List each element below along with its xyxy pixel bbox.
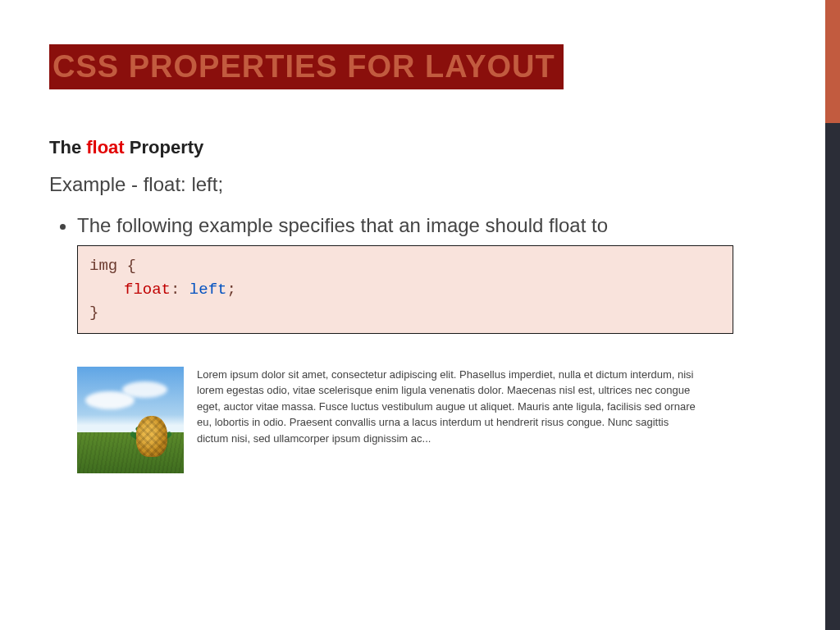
code-value: left xyxy=(189,281,227,299)
accent-bar-bottom xyxy=(825,123,840,630)
code-line-2: float: left; xyxy=(89,278,721,302)
pineapple-icon xyxy=(135,393,169,457)
example-line: Example - float: left; xyxy=(49,173,791,196)
demo-image xyxy=(77,367,184,473)
code-property: float xyxy=(124,281,171,299)
subheading-keyword: float xyxy=(86,137,124,158)
bullet-list: The following example specifies that an … xyxy=(49,214,791,237)
code-colon: : xyxy=(171,281,189,299)
title-band: CSS PROPERTIES FOR LAYOUT xyxy=(49,44,564,89)
code-semicolon: ; xyxy=(226,281,235,299)
code-line-3: } xyxy=(89,301,721,325)
subheading-suffix: Property xyxy=(125,137,204,158)
slide: CSS PROPERTIES FOR LAYOUT The float Prop… xyxy=(0,0,840,630)
bullet-item: The following example specifies that an … xyxy=(77,214,791,237)
float-demo: Lorem ipsum dolor sit amet, consectetur … xyxy=(77,367,701,473)
subheading: The float Property xyxy=(49,137,791,158)
subheading-prefix: The xyxy=(49,137,86,158)
content-area: CSS PROPERTIES FOR LAYOUT The float Prop… xyxy=(49,44,791,473)
code-block: img { float: left; } xyxy=(77,245,733,334)
accent-bar-top xyxy=(825,0,840,123)
code-line-1: img { xyxy=(89,254,721,278)
page-title: CSS PROPERTIES FOR LAYOUT xyxy=(52,49,555,84)
